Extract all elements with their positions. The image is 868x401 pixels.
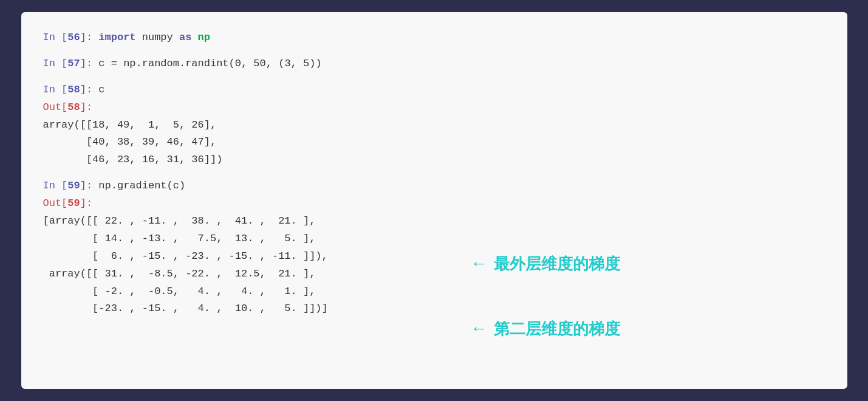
code-line-59-in: In [59]: np.gradient(c)	[43, 177, 825, 195]
arrow-icon-1: ←	[471, 249, 488, 278]
keyword-as: as	[179, 29, 191, 47]
output-59-2: [ 14. , -13. , 7.5, 13. , 5. ],	[43, 230, 825, 248]
spacer-1	[43, 47, 825, 55]
spacer-3	[43, 169, 825, 177]
annotation-text-2: 第二层维度的梯度	[494, 315, 620, 342]
arrow-icon-2: ←	[471, 314, 488, 343]
code-58: c	[98, 81, 104, 99]
code-line-58-out: Out[58]:	[43, 99, 825, 117]
output-58-3: [46, 23, 16, 31, 36]])	[43, 151, 825, 169]
annotation-text-1: 最外层维度的梯度	[494, 250, 620, 277]
code-line-58-in: In [58]: c	[43, 81, 825, 99]
prompt-in-59: In [59]:	[43, 177, 99, 195]
spacer-2	[43, 73, 825, 81]
output-59-4: array([[ 31. , -8.5, -22. , 12.5, 21. ],	[43, 266, 825, 283]
keyword-import: import	[98, 29, 135, 47]
output-59-1: [array([[ 22. , -11. , 38. , 41. , 21. ]…	[43, 213, 825, 230]
annotation-second-gradient: ← 第二层维度的梯度	[471, 314, 620, 343]
prompt-out-58: Out[58]:	[43, 99, 93, 117]
output-58-2: [40, 38, 39, 46, 47],	[43, 134, 825, 151]
prompt-in-57: In [57]:	[43, 55, 99, 73]
code-59: np.gradient(c)	[98, 177, 185, 195]
prompt-in-56: In [56]:	[43, 29, 99, 47]
prompt-out-59: Out[59]:	[43, 195, 93, 213]
prompt-in-58: In [58]:	[43, 81, 99, 99]
code-line-59-out: Out[59]:	[43, 195, 825, 213]
output-59-5: [ -2. , -0.5, 4. , 4. , 1. ],	[43, 283, 825, 301]
code-line-57-in: In [57]: c = np.random.randint(0, 50, (3…	[43, 55, 825, 73]
output-59-6: [-23. , -15. , 4. , 10. , 5. ]])]	[43, 300, 825, 318]
keyword-np: np	[198, 29, 210, 47]
notebook-cell: In [56]: import numpy as np In [57]: c =…	[21, 12, 847, 389]
output-59-3: [ 6. , -15. , -23. , -15. , -11. ]]),	[43, 248, 825, 266]
code-57: c = np.random.randint(0, 50, (3, 5))	[98, 55, 321, 73]
output-58-1: array([[18, 49, 1, 5, 26],	[43, 117, 825, 134]
annotation-outer-gradient: ← 最外层维度的梯度	[471, 249, 620, 278]
code-line-56-in: In [56]: import numpy as np	[43, 29, 825, 47]
